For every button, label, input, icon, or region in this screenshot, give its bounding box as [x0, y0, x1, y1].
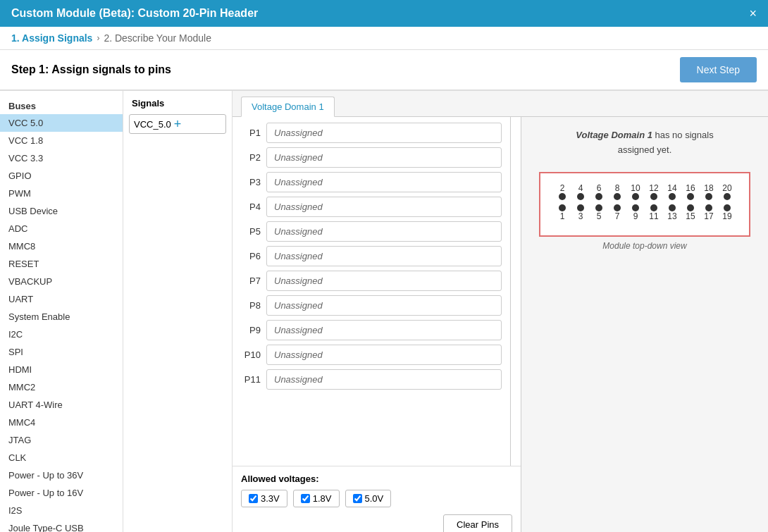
module-pin-bottom-4: 9 — [628, 204, 643, 221]
next-step-button[interactable]: Next Step — [680, 57, 757, 82]
sidebar-item-20[interactable]: Power - Up to 36V — [0, 466, 123, 484]
pin-input-5[interactable] — [266, 246, 502, 266]
pin-row: P1 — [241, 123, 502, 143]
pin-label-7: P8 — [241, 300, 261, 311]
sidebar-item-23[interactable]: Joule Type-C USB — [0, 519, 123, 532]
sidebar-item-8[interactable]: RESET — [0, 255, 123, 273]
module-pin-bottom-9: 19 — [719, 204, 735, 221]
pin-area: P1 P2 P3 P4 P5 P6 P7 P8 P9 P10 P11 Allow… — [233, 117, 768, 532]
sidebar-item-2[interactable]: VCC 3.3 — [0, 149, 123, 167]
module-pin-bottom-5: 11 — [646, 204, 662, 221]
pin-row: P4 — [241, 197, 502, 217]
pin-label-3: P4 — [241, 202, 261, 212]
module-domain-name: Voltage Domain 1 — [576, 130, 652, 140]
module-top-row: 2468101214161820 — [555, 183, 735, 200]
sidebar-item-0[interactable]: VCC 5.0 — [0, 114, 123, 132]
module-pin-top-7: 16 — [683, 183, 698, 200]
sidebar-item-9[interactable]: VBACKUP — [0, 273, 123, 290]
module-pin-bottom-1: 3 — [573, 204, 588, 221]
pin-label-10: P11 — [241, 374, 261, 385]
pin-list: P1 P2 P3 P4 P5 P6 P7 P8 P9 P10 P11 — [233, 117, 511, 466]
add-signal-button[interactable]: + — [174, 118, 182, 130]
step-title: Step 1: Assign signals to pins — [11, 63, 171, 76]
pin-row: P8 — [241, 295, 502, 316]
module-caption: Module top-down view — [602, 241, 686, 251]
app-title: Custom Module (Beta): Custom 20-Pin Head… — [11, 7, 258, 20]
sidebar-item-1[interactable]: VCC 1.8 — [0, 132, 123, 149]
voltage-options: 3.3V 1.8V 5.0V — [241, 490, 512, 507]
pin-input-9[interactable] — [266, 345, 502, 365]
pin-input-1[interactable] — [266, 147, 502, 168]
module-pin-top-1: 4 — [573, 183, 588, 200]
module-pin-top-2: 6 — [591, 183, 607, 200]
breadcrumb: 1. Assign Signals › 2. Describe Your Mod… — [0, 27, 768, 50]
pin-label-2: P3 — [241, 177, 261, 187]
pin-label-5: P6 — [241, 251, 261, 261]
sidebar-item-16[interactable]: UART 4-Wire — [0, 396, 123, 414]
voltage-option-2[interactable]: 5.0V — [345, 490, 392, 507]
pin-label-4: P5 — [241, 226, 261, 237]
pin-input-8[interactable] — [266, 320, 502, 340]
buses-sidebar: Buses VCC 5.0VCC 1.8VCC 3.3GPIOPWMUSB De… — [0, 91, 123, 532]
sidebar-item-12[interactable]: I2C — [0, 326, 123, 343]
sidebar-item-22[interactable]: I2S — [0, 502, 123, 519]
title-bar: Custom Module (Beta): Custom 20-Pin Head… — [0, 0, 768, 27]
sidebar-item-5[interactable]: USB Device — [0, 202, 123, 220]
pin-input-4[interactable] — [266, 221, 502, 242]
voltage-label: Allowed voltages: — [241, 474, 512, 484]
voltage-option-0[interactable]: 3.3V — [241, 490, 287, 507]
pin-input-6[interactable] — [266, 271, 502, 291]
module-info-text: Voltage Domain 1 has no signals assigned… — [576, 128, 713, 158]
sidebar-item-4[interactable]: PWM — [0, 185, 123, 202]
module-bottom-row: 135791113151719 — [555, 204, 735, 221]
step-header: Step 1: Assign signals to pins Next Step — [0, 50, 768, 90]
sidebar-item-6[interactable]: ADC — [0, 220, 123, 237]
voltage-checkbox-0[interactable] — [249, 494, 258, 503]
module-pin-bottom-0: 1 — [555, 204, 570, 221]
pin-input-7[interactable] — [266, 295, 502, 316]
sidebar-item-13[interactable]: SPI — [0, 343, 123, 361]
voltage-checkbox-1[interactable] — [301, 494, 310, 503]
pin-row: P7 — [241, 271, 502, 291]
tab-voltage-domain-1[interactable]: Voltage Domain 1 — [241, 97, 335, 117]
module-pin-bottom-7: 15 — [683, 204, 698, 221]
pin-row: P10 — [241, 345, 502, 365]
module-pin-top-8: 18 — [701, 183, 717, 200]
sidebar-item-15[interactable]: MMC2 — [0, 378, 123, 396]
breadcrumb-step1[interactable]: 1. Assign Signals — [11, 32, 92, 44]
pin-row: P11 — [241, 369, 502, 390]
sidebar-item-18[interactable]: JTAG — [0, 431, 123, 449]
tab-bar: Voltage Domain 1 — [233, 91, 768, 117]
pin-input-3[interactable] — [266, 197, 502, 217]
main-area: Buses VCC 5.0VCC 1.8VCC 3.3GPIOPWMUSB De… — [0, 91, 768, 532]
pin-input-0[interactable] — [266, 123, 502, 143]
pin-input-2[interactable] — [266, 172, 502, 192]
voltage-checkbox-2[interactable] — [353, 494, 362, 503]
breadcrumb-arrow: › — [97, 33, 99, 43]
pin-row: P2 — [241, 147, 502, 168]
breadcrumb-step2: 2. Describe Your Module — [104, 32, 211, 44]
clear-pins-button[interactable]: Clear Pins — [443, 514, 512, 532]
pin-row: P5 — [241, 221, 502, 242]
voltage-option-1[interactable]: 1.8V — [293, 490, 340, 507]
sidebar-item-19[interactable]: CLK — [0, 449, 123, 466]
pin-input-10[interactable] — [266, 369, 502, 390]
module-pin-top-0: 2 — [555, 183, 570, 200]
pin-row: P3 — [241, 172, 502, 192]
module-info-line2: has no signals — [655, 130, 714, 140]
pin-label-9: P10 — [241, 349, 261, 360]
close-button[interactable]: × — [749, 7, 757, 20]
sidebar-item-3[interactable]: GPIO — [0, 167, 123, 185]
module-diagram: 2468101214161820 135791113151719 — [539, 172, 750, 237]
signals-panel: Signals VCC_5.0 + — [123, 91, 233, 532]
sidebar-item-10[interactable]: UART — [0, 290, 123, 308]
voltage-footer: Allowed voltages: 3.3V 1.8V 5.0V Clear P… — [233, 466, 521, 532]
sidebar-item-21[interactable]: Power - Up to 16V — [0, 484, 123, 502]
sidebar-item-11[interactable]: System Enable — [0, 308, 123, 326]
sidebar-item-17[interactable]: MMC4 — [0, 414, 123, 431]
sidebar-item-7[interactable]: MMC8 — [0, 237, 123, 255]
sidebar-item-14[interactable]: HDMI — [0, 361, 123, 378]
pin-label-0: P1 — [241, 128, 261, 138]
main-content: Voltage Domain 1 P1 P2 P3 P4 P5 P6 P7 P8… — [233, 91, 768, 532]
module-view: Voltage Domain 1 has no signals assigned… — [521, 117, 768, 532]
